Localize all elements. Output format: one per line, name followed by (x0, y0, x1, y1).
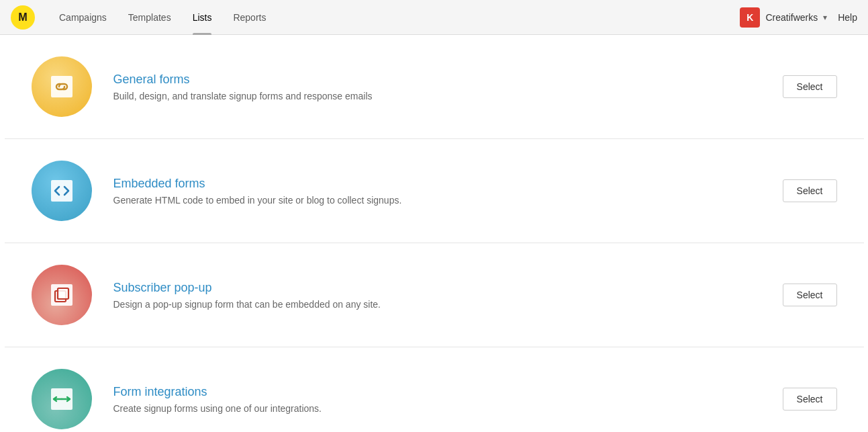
general-forms-title: General forms (113, 73, 783, 87)
popup-forms-desc: Design a pop-up signup form that can be … (113, 299, 783, 310)
popup-forms-text: Subscriber pop-up Design a pop-up signup… (113, 281, 783, 310)
general-forms-text: General forms Build, design, and transla… (113, 73, 783, 101)
form-item-embedded: Embedded forms Generate HTML code to emb… (5, 139, 864, 243)
general-forms-desc: Build, design, and translate signup form… (113, 91, 783, 101)
integrations-forms-desc: Create signup forms using one of our int… (113, 403, 783, 414)
embedded-forms-select-button[interactable]: Select (783, 179, 837, 202)
integrations-forms-icon (32, 369, 92, 429)
popup-forms-title: Subscriber pop-up (113, 281, 783, 295)
embedded-forms-text: Embedded forms Generate HTML code to emb… (113, 177, 783, 206)
svg-rect-2 (51, 76, 73, 97)
nav-reports[interactable]: Reports (222, 0, 277, 35)
help-link[interactable]: Help (838, 12, 857, 23)
nav-links: Campaigns Templates Lists Reports (48, 0, 740, 35)
embedded-forms-title: Embedded forms (113, 177, 783, 191)
general-forms-icon (32, 56, 92, 117)
nav-right: K Creatifwerks ▾ Help (740, 7, 857, 28)
mailchimp-logo: M (11, 5, 35, 30)
integrations-forms-select-button[interactable]: Select (783, 388, 837, 411)
embedded-forms-desc: Generate HTML code to embed in your site… (113, 195, 783, 206)
main-nav: M Campaigns Templates Lists Reports K Cr… (0, 0, 868, 35)
integrations-forms-title: Form integrations (113, 385, 783, 399)
nav-lists[interactable]: Lists (182, 0, 223, 35)
integrations-forms-text: Form integrations Create signup forms us… (113, 385, 783, 414)
nav-templates[interactable]: Templates (117, 0, 182, 35)
popup-forms-select-button[interactable]: Select (783, 284, 837, 306)
svg-text:M: M (18, 11, 27, 23)
embedded-forms-icon (32, 161, 92, 221)
user-avatar: K (740, 7, 760, 28)
svg-rect-6 (58, 288, 68, 299)
chevron-down-icon[interactable]: ▾ (823, 13, 827, 22)
form-item-integrations: Form integrations Create signup forms us… (5, 347, 864, 432)
main-content: General forms Build, design, and transla… (5, 35, 864, 432)
form-item-popup: Subscriber pop-up Design a pop-up signup… (5, 243, 864, 347)
general-forms-select-button[interactable]: Select (783, 75, 837, 98)
popup-forms-icon (32, 265, 92, 325)
username[interactable]: Creatifwerks (765, 12, 818, 23)
form-item-general: General forms Build, design, and transla… (5, 35, 864, 139)
nav-campaigns[interactable]: Campaigns (48, 0, 117, 35)
